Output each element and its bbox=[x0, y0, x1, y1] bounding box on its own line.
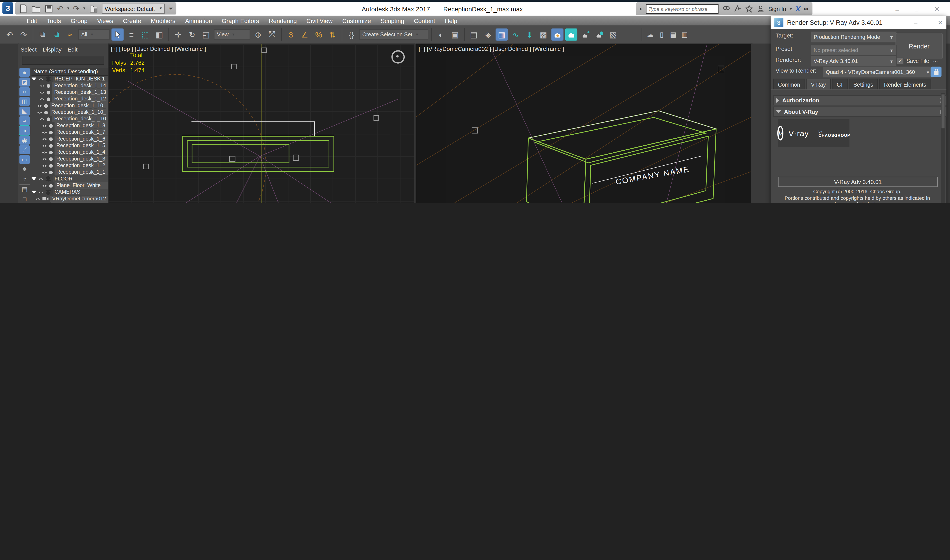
expand-triangle-icon[interactable] bbox=[32, 177, 36, 180]
use-pivot-center-icon[interactable]: ⊕ bbox=[252, 29, 264, 40]
scene-item-reception-desk-1-14[interactable]: Reception_desk_1_14 bbox=[32, 82, 108, 89]
menu-civil-view[interactable]: Civil View bbox=[302, 17, 337, 24]
selection-filter-dropdown[interactable]: All▾ bbox=[78, 29, 110, 40]
edit-named-selections-icon[interactable]: {} bbox=[345, 29, 358, 40]
menu-modifiers[interactable]: Modifiers bbox=[146, 17, 180, 24]
reference-coordinate-dropdown[interactable]: View▾ bbox=[214, 29, 250, 40]
display-shapes-icon[interactable]: ◪ bbox=[19, 77, 29, 86]
menu-content[interactable]: Content bbox=[409, 17, 440, 24]
scene-tree-header[interactable]: Name (Sorted Descending) bbox=[32, 68, 108, 75]
scene-item-reception-desk-1-10[interactable]: Reception_desk_1_10 bbox=[32, 115, 108, 122]
selection-region-icon[interactable]: ⬚ bbox=[139, 29, 151, 40]
se-menu-select[interactable]: Select bbox=[21, 46, 37, 52]
menu-help[interactable]: Help bbox=[440, 17, 462, 24]
workspace-dropdown[interactable]: Workspace: Default▾ bbox=[102, 3, 165, 14]
viewport-camera002-label[interactable]: [+] [VRayDomeCamera002 ] [User Defined ]… bbox=[419, 45, 564, 52]
minimize-button[interactable]: – bbox=[896, 6, 899, 13]
render-iterative-icon[interactable]: ▧ bbox=[607, 29, 619, 40]
authorization-rollout[interactable]: Authorization⣿ bbox=[773, 95, 947, 105]
scene-group-floor[interactable]: FLOOR bbox=[32, 175, 108, 182]
about-vray-rollout[interactable]: About V-Ray⣿ bbox=[773, 106, 947, 117]
display-spacewarps-icon[interactable]: ≈ bbox=[19, 116, 29, 125]
rs-tab-common[interactable]: Common bbox=[773, 79, 805, 90]
menu-graph-editors[interactable]: Graph Editors bbox=[217, 17, 264, 24]
menu-create[interactable]: Create bbox=[118, 17, 146, 24]
display-cameras-icon[interactable]: ◫ bbox=[19, 97, 29, 106]
select-move-icon[interactable]: ✛ bbox=[172, 29, 184, 40]
view-lock-button[interactable] bbox=[931, 67, 942, 77]
explorer-blank-icon[interactable]: □ bbox=[19, 194, 29, 203]
percent-snap-icon[interactable]: % bbox=[313, 29, 325, 40]
search-icon[interactable] bbox=[722, 5, 730, 13]
display-bones-icon[interactable]: ⟋ bbox=[19, 145, 29, 154]
angle-snap-icon[interactable]: ∠ bbox=[299, 29, 311, 40]
save-file-icon[interactable] bbox=[44, 4, 53, 13]
open-file-icon[interactable] bbox=[32, 4, 41, 13]
display-hidden-icon[interactable]: ◔ bbox=[19, 174, 29, 183]
explorer-list-icon[interactable]: ▤ bbox=[19, 184, 29, 194]
display-frozen-icon[interactable]: ❄ bbox=[19, 165, 29, 174]
redo-icon[interactable]: ↷ bbox=[73, 4, 79, 13]
view-to-render-dropdown[interactable]: Quad 4 - VRayDomeCamera001_360▼ bbox=[823, 67, 933, 78]
exchange-apps-icon[interactable]: X bbox=[796, 5, 800, 13]
undo-icon[interactable]: ↶ bbox=[57, 4, 64, 13]
named-selection-set-dropdown[interactable]: Create Selection Set▾ bbox=[359, 29, 428, 40]
rendered-frame-window-icon[interactable] bbox=[579, 29, 591, 40]
search-expand-icon[interactable]: ▸ bbox=[640, 6, 642, 12]
scene-item-reception-desk-1-4[interactable]: Reception_desk_1_4 bbox=[32, 149, 108, 155]
se-menu-edit[interactable]: Edit bbox=[68, 46, 77, 52]
render-setup-scrollbar[interactable] bbox=[941, 93, 945, 203]
scene-explorer-toggle-icon[interactable]: ◈ bbox=[482, 29, 494, 40]
rs-maximize-icon[interactable]: □ bbox=[926, 19, 929, 26]
select-object-icon[interactable] bbox=[111, 29, 123, 40]
select-link-icon[interactable]: ⧉ bbox=[36, 29, 48, 40]
scene-item-reception-desk-1-5[interactable]: Reception_desk_1_5 bbox=[32, 142, 108, 149]
align-icon[interactable]: ▣ bbox=[449, 29, 461, 40]
viewport-compass-icon[interactable] bbox=[392, 50, 405, 64]
search-input[interactable] bbox=[646, 4, 719, 14]
motion-mixer-icon[interactable]: ▩ bbox=[537, 29, 549, 40]
scene-item-reception-desk-1-7[interactable]: Reception_desk_1_7 bbox=[32, 129, 108, 135]
snap-toggle-3d-icon[interactable]: 3 bbox=[285, 29, 297, 40]
scene-item-reception-desk-1-3[interactable]: Reception_desk_1_3 bbox=[32, 156, 108, 162]
scene-item-reception-desk-1-6[interactable]: Reception_desk_1_6 bbox=[32, 135, 108, 142]
scene-item-reception-desk-1-13[interactable]: Reception_desk_1_13 bbox=[32, 89, 108, 95]
open-autodesk-app-icon[interactable]: ▯ bbox=[657, 29, 666, 40]
render-production-icon[interactable] bbox=[593, 29, 605, 40]
display-xrefs-icon[interactable]: ◉ bbox=[19, 135, 29, 145]
rs-tab-render-elements[interactable]: Render Elements bbox=[879, 79, 931, 90]
se-menu-display[interactable]: Display bbox=[43, 46, 62, 52]
undo-scene-icon[interactable]: ↶ bbox=[4, 29, 16, 40]
new-file-icon[interactable] bbox=[19, 4, 28, 13]
favorites-star-icon[interactable] bbox=[745, 5, 753, 13]
render-setup-icon[interactable] bbox=[565, 29, 577, 40]
render-settings-small-icon[interactable]: ▥ bbox=[680, 29, 689, 40]
render-gallery-icon[interactable]: ▤ bbox=[668, 29, 678, 40]
rs-minimize-icon[interactable]: – bbox=[914, 19, 917, 26]
panel-collapse-icon[interactable]: ▸▸ bbox=[804, 6, 809, 12]
scene-item-reception-desk-1-1[interactable]: Reception_desk_1_1 bbox=[32, 169, 108, 175]
menu-tools[interactable]: Tools bbox=[42, 17, 66, 24]
signin-button[interactable]: Sign In bbox=[768, 6, 786, 12]
preset-dropdown[interactable]: No preset selected▼ bbox=[811, 45, 897, 56]
viewport-top[interactable]: [+] [Top ] [User Defined ] [Wireframe ] … bbox=[108, 44, 415, 203]
menu-scripting[interactable]: Scripting bbox=[376, 17, 409, 24]
save-file-checkbox[interactable]: ✓ Save File bbox=[897, 57, 929, 65]
redo-scene-icon[interactable]: ↷ bbox=[17, 29, 29, 40]
scene-item-reception-desk-1-2[interactable]: Reception_desk_1_2 bbox=[32, 162, 108, 169]
scene-item-vraydomecamera011[interactable]: VRayDomeCamera011 bbox=[32, 202, 108, 203]
mirror-icon[interactable]: ◐ bbox=[435, 29, 447, 40]
scene-group-reception-desk-1[interactable]: RECEPTION DESK 1 bbox=[32, 75, 108, 82]
unlink-selection-icon[interactable]: ⧉ bbox=[50, 29, 62, 40]
scene-item-reception-desk-1-10-[interactable]: Reception_desk_1_10_ bbox=[32, 109, 108, 115]
menu-rendering[interactable]: Rendering bbox=[264, 17, 302, 24]
menu-animation[interactable]: Animation bbox=[180, 17, 217, 24]
target-dropdown[interactable]: Production Rendering Mode▼ bbox=[811, 32, 897, 43]
rs-tab-settings[interactable]: Settings bbox=[848, 79, 878, 90]
renderer-more-button[interactable]: ... bbox=[933, 56, 938, 63]
expand-triangle-icon[interactable] bbox=[32, 77, 36, 80]
signin-dropdown-icon[interactable]: ▾ bbox=[790, 6, 792, 11]
toolbar-overflow-icon[interactable]: ⏷ bbox=[168, 5, 173, 12]
layer-manager-icon[interactable]: ▤ bbox=[468, 29, 480, 40]
scene-item-reception-desk-1-8[interactable]: Reception_desk_1_8 bbox=[32, 122, 108, 129]
